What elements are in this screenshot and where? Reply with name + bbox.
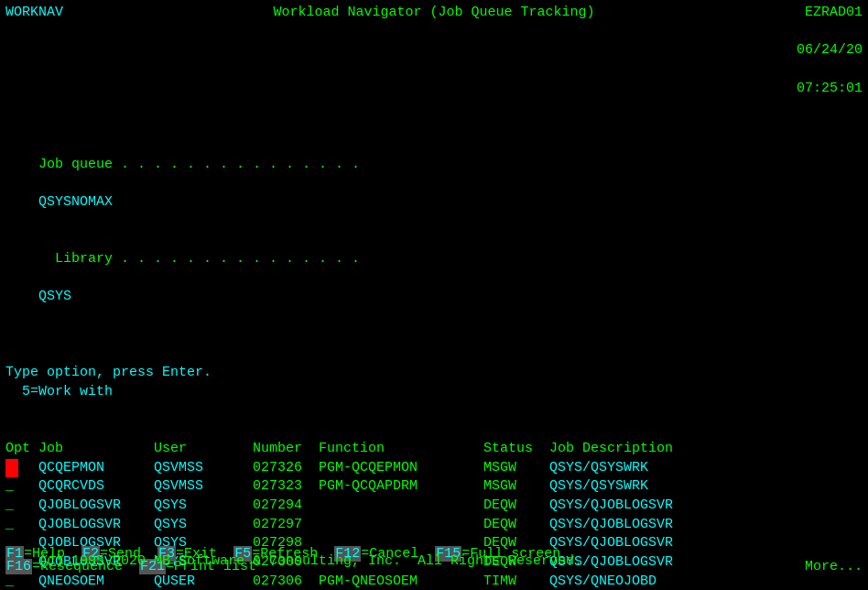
date-time: 06/24/20 07:25:01 bbox=[5, 23, 863, 117]
column-headers: Opt Job User Number Function Status Job … bbox=[5, 440, 863, 459]
date: 06/24/20 bbox=[797, 42, 863, 58]
instruction-line1: Type option, press Enter. bbox=[5, 364, 863, 383]
library-line: Library . . . . . . . . . . . . . . . QS… bbox=[5, 231, 863, 325]
col-user: User bbox=[154, 440, 253, 459]
job-queue-label: Job queue . . . . . . . . . . . . . . . bbox=[38, 157, 360, 172]
instruction-line2: 5=Work with bbox=[5, 383, 863, 402]
terminal-screen: WORKNAV Workload Navigator (Job Queue Tr… bbox=[0, 0, 868, 590]
col-status: Status bbox=[483, 440, 549, 459]
table-row: _QCQRCVDSQSVMSS027323PGM-QCQAPDRMMSGWQSY… bbox=[5, 477, 863, 497]
col-function: Function bbox=[319, 440, 483, 459]
system-name: EZRAD01 bbox=[805, 4, 863, 23]
job-queue-value: QSYSNOMAX bbox=[38, 194, 113, 210]
col-description: Job Description bbox=[549, 440, 673, 459]
library-value: QSYS bbox=[38, 289, 71, 304]
col-job: Job bbox=[38, 440, 154, 459]
title: Workload Navigator (Job Queue Tracking) bbox=[63, 4, 805, 23]
job-queue-line: Job queue . . . . . . . . . . . . . . . … bbox=[5, 137, 863, 231]
copyright: (c) 1995-2020 MB Software & Consulting, … bbox=[0, 533, 868, 590]
table-row: _QJOBLOGSVRQSYS027294DEQWQSYS/QJOBLOGSVR bbox=[5, 497, 863, 516]
time: 07:25:01 bbox=[797, 81, 863, 96]
app-name: WORKNAV bbox=[5, 4, 63, 23]
table-row: _QJOBLOGSVRQSYS027297DEQWQSYS/QJOBLOGSVR bbox=[5, 516, 863, 535]
col-number: Number bbox=[253, 440, 319, 459]
table-row: QCQEPMONQSVMSS027326PGM-QCQEPMONMSGWQSYS… bbox=[5, 459, 863, 478]
header-bar: WORKNAV Workload Navigator (Job Queue Tr… bbox=[5, 4, 863, 23]
library-label: Library . . . . . . . . . . . . . . . bbox=[38, 251, 360, 267]
col-opt: Opt bbox=[5, 440, 38, 459]
opt-indicator-red bbox=[5, 459, 18, 478]
